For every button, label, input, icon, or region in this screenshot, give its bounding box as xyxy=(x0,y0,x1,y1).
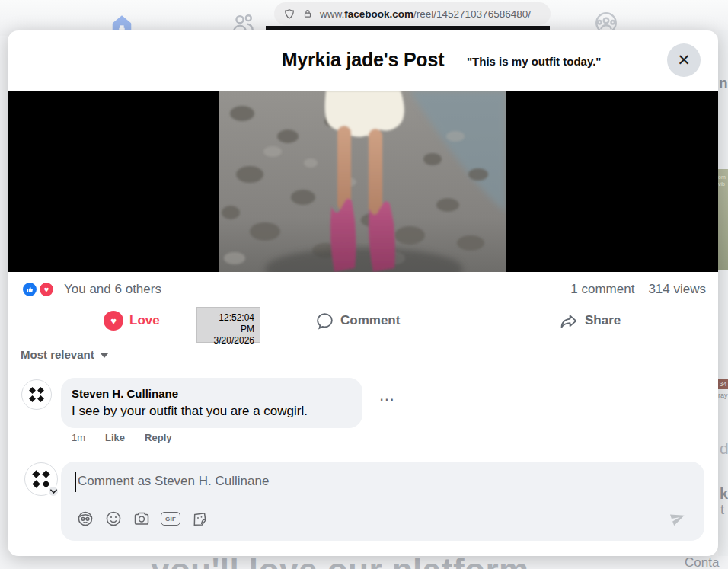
background-fragment: ray xyxy=(718,392,728,399)
share-label: Share xyxy=(585,313,621,328)
comment-button[interactable]: Comment xyxy=(315,309,400,332)
comment-meta: 1m Like Reply xyxy=(72,432,171,443)
sort-label: Most relevant xyxy=(21,348,94,361)
background-edge-strip xyxy=(718,30,728,556)
video-player[interactable]: 0:05 / 0:08 xyxy=(8,91,718,272)
love-reaction-icon[interactable]: ♥ xyxy=(38,281,55,298)
background-thumbnail: omvib xyxy=(718,169,728,270)
like-reaction-icon[interactable] xyxy=(21,281,38,298)
view-count: 314 views xyxy=(648,282,706,297)
avatar-switcher-chevron[interactable] xyxy=(47,485,59,497)
comment-like-link[interactable]: Like xyxy=(105,432,125,443)
timestamp-tooltip: 12:52:04 PM3/20/2026 xyxy=(196,307,260,343)
comment-more-icon[interactable]: ⋯ xyxy=(379,390,394,408)
sticker-icon[interactable] xyxy=(190,510,209,528)
comment-label: Comment xyxy=(340,313,400,328)
engagement-stats: 1 comment 314 views xyxy=(570,282,706,297)
comment-placeholder: Comment as Steven H. Cullinane xyxy=(78,474,269,489)
avatar-sticker-icon[interactable] xyxy=(76,510,94,528)
comment-count[interactable]: 1 comment xyxy=(570,282,634,297)
background-fragment: k xyxy=(720,485,728,503)
love-button[interactable]: ♥ Love xyxy=(104,309,160,332)
send-icon[interactable] xyxy=(669,510,686,526)
comment-author[interactable]: Steven H. Cullinane xyxy=(72,385,352,401)
comment-sort-dropdown[interactable]: Most relevant xyxy=(21,348,108,361)
diamond-pattern-avatar xyxy=(31,469,51,489)
background-fragment: ns xyxy=(719,75,728,91)
post-title: Myrkia jade's Post xyxy=(8,49,718,71)
comment-icon xyxy=(315,312,334,331)
share-icon xyxy=(559,312,579,331)
camera-icon[interactable] xyxy=(133,510,151,528)
comment-bubble[interactable]: Steven H. Cullinane I see by your outfit… xyxy=(61,378,362,428)
reactions-summary[interactable]: You and 6 others xyxy=(64,282,161,297)
post-subtitle: "This is my outfit today." xyxy=(467,55,601,68)
close-icon: ✕ xyxy=(677,51,691,69)
comment-age: 1m xyxy=(72,432,85,443)
love-label: Love xyxy=(129,313,160,328)
diamond-pattern-avatar xyxy=(28,386,45,403)
comment-reply-link[interactable]: Reply xyxy=(145,432,171,443)
chevron-down-icon xyxy=(50,489,57,494)
lock-icon xyxy=(302,8,313,20)
share-button[interactable]: Share xyxy=(559,309,621,332)
background-fragment: 34 xyxy=(718,379,728,389)
url-text[interactable]: www.facebook.com/reel/1452710376586480/ xyxy=(320,8,531,20)
background-contact-link: Conta xyxy=(685,555,719,569)
video-frame xyxy=(219,91,506,272)
shield-icon xyxy=(283,8,295,21)
background-fragment: d xyxy=(720,440,728,458)
text-caret xyxy=(75,472,76,492)
comment-text: I see by your outfit that you are a cowg… xyxy=(72,401,352,420)
gif-icon[interactable]: GIF xyxy=(161,512,180,526)
commenter-avatar[interactable] xyxy=(21,379,52,410)
love-icon: ♥ xyxy=(104,311,123,331)
post-modal: Myrkia jade's Post "This is my outfit to… xyxy=(8,30,718,556)
composer-toolbar: GIF xyxy=(76,510,209,528)
background-fragment: t xyxy=(720,502,724,518)
comment-input[interactable]: Comment as Steven H. Cullinane GIF xyxy=(61,462,704,541)
url-bar[interactable]: www.facebook.com/reel/1452710376586480/ xyxy=(274,2,551,25)
emoji-icon[interactable] xyxy=(104,510,123,528)
chevron-down-icon xyxy=(101,353,108,358)
close-button[interactable]: ✕ xyxy=(667,43,701,77)
